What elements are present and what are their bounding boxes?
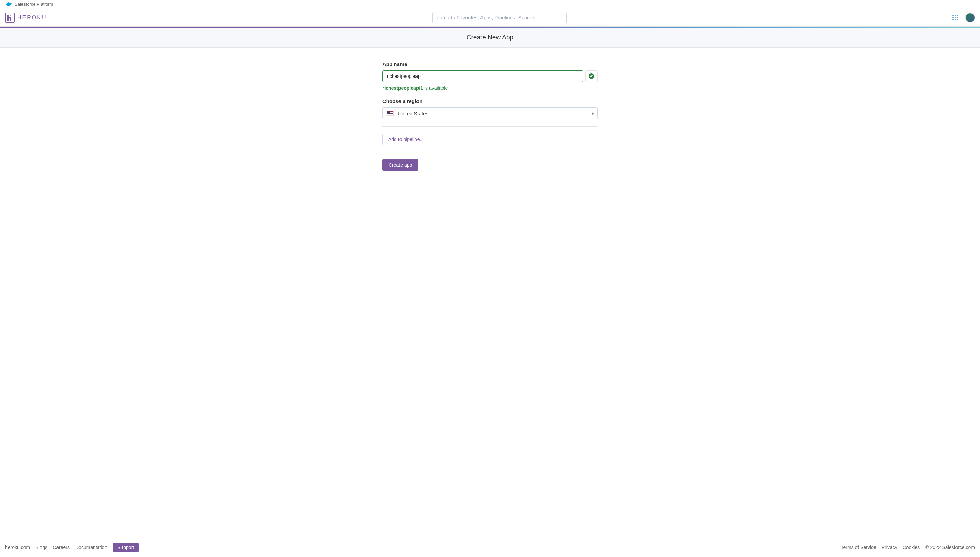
pipeline-section: Add to pipeline... <box>382 127 598 152</box>
page-header: Create New App <box>0 28 980 47</box>
heroku-logo-text: HEROKU <box>17 15 47 21</box>
availability-check-badge <box>585 70 598 82</box>
salesforce-cloud-icon <box>5 2 12 7</box>
region-selected-value: United States <box>398 111 428 116</box>
user-avatar[interactable] <box>965 13 975 23</box>
availability-name: richestpeopleapi1 <box>382 85 423 91</box>
check-circle-icon <box>589 73 594 79</box>
search-input[interactable] <box>433 12 567 23</box>
apps-grid-icon[interactable] <box>952 15 959 21</box>
heroku-logo-mark-icon <box>5 13 15 23</box>
app-name-label: App name <box>382 61 598 67</box>
us-flag-icon <box>387 111 394 116</box>
main-content: App name richestpeopleapi1 is available … <box>382 47 598 191</box>
add-to-pipeline-button[interactable]: Add to pipeline... <box>382 134 430 145</box>
create-app-button[interactable]: Create app <box>382 159 418 171</box>
create-section: Create app <box>382 152 598 178</box>
availability-message: richestpeopleapi1 is available <box>382 85 598 91</box>
salesforce-top-bar: Salesforce Platform <box>0 0 980 9</box>
page-title: Create New App <box>0 34 980 41</box>
region-select[interactable]: United States ▴▾ <box>382 107 598 119</box>
platform-label: Salesforce Platform <box>15 2 53 7</box>
availability-suffix: is available <box>423 85 448 91</box>
region-label: Choose a region <box>382 98 598 104</box>
app-name-input[interactable] <box>382 70 583 82</box>
heroku-logo[interactable]: HEROKU <box>5 13 47 23</box>
select-arrow-icon: ▴▾ <box>592 112 594 115</box>
main-navigation: HEROKU <box>0 9 980 26</box>
